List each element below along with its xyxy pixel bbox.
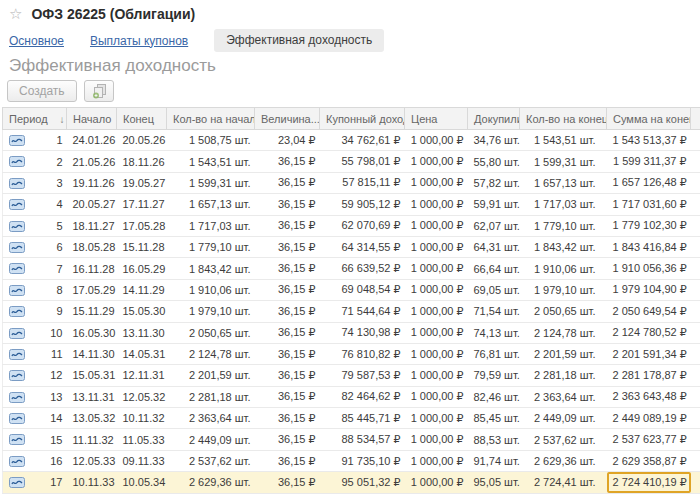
cell-total[interactable]: 2 281 178,87 ₽ (607, 365, 691, 386)
cell-qty_start[interactable]: 2 363,64 шт. (167, 408, 255, 429)
cell-price[interactable]: 1 000,00 ₽ (405, 279, 468, 300)
create-button[interactable]: Создать (7, 80, 77, 102)
cell-price[interactable]: 1 000,00 ₽ (405, 322, 468, 343)
cell-end[interactable]: 17.05.28 (117, 215, 167, 236)
cell-bought[interactable]: 79,59 шт. (468, 365, 520, 386)
cell-start[interactable]: 21.05.26 (67, 151, 117, 172)
cell-price[interactable]: 1 000,00 ₽ (405, 130, 468, 151)
cell-qty_start[interactable]: 2 124,78 шт. (167, 343, 255, 364)
cell-period[interactable]: 12 (3, 365, 67, 386)
column-header[interactable]: Период↓ (3, 108, 67, 130)
table-row[interactable]: 1215.05.3112.11.312 201,59 шт.36,15 ₽79 … (3, 365, 700, 386)
cell-start[interactable]: 17.05.29 (67, 279, 117, 300)
cell-price[interactable]: 1 000,00 ₽ (405, 236, 468, 257)
cell-price[interactable]: 1 000,00 ₽ (405, 258, 468, 279)
cell-start[interactable]: 16.05.30 (67, 322, 117, 343)
cell-qty_end[interactable]: 1 599,31 шт. (520, 151, 607, 172)
cell-period[interactable]: 7 (3, 258, 67, 279)
cell-period[interactable]: 16 (3, 450, 67, 471)
cell-price[interactable]: 1 000,00 ₽ (405, 172, 468, 193)
cell-qty_end[interactable]: 1 979,10 шт. (520, 279, 607, 300)
cell-coupon[interactable]: 71 544,64 ₽ (320, 301, 405, 322)
favorite-star-icon[interactable]: ☆ (9, 6, 22, 21)
tab-coupon-payments[interactable]: Выплаты купонов (90, 34, 188, 48)
cell-value[interactable]: 36,15 ₽ (255, 172, 320, 193)
cell-qty_end[interactable]: 2 050,65 шт. (520, 301, 607, 322)
table-row[interactable]: 124.01.2620.05.261 508,75 шт.23,04 ₽34 7… (3, 130, 700, 151)
cell-qty_end[interactable]: 1 657,13 шт. (520, 172, 607, 193)
cell-value[interactable]: 36,15 ₽ (255, 472, 320, 493)
cell-period[interactable]: 6 (3, 236, 67, 257)
cell-coupon[interactable]: 74 130,98 ₽ (320, 322, 405, 343)
cell-total[interactable]: 2 124 780,52 ₽ (607, 322, 691, 343)
cell-qty_start[interactable]: 2 449,09 шт. (167, 429, 255, 450)
cell-coupon[interactable]: 85 445,71 ₽ (320, 408, 405, 429)
cell-start[interactable]: 19.11.26 (67, 172, 117, 193)
cell-period[interactable]: 17 (3, 472, 67, 493)
column-header[interactable]: Кол-во на конец (520, 108, 607, 130)
column-header[interactable]: Конец (117, 108, 167, 130)
cell-qty_end[interactable]: 2 724,41 шт. (520, 472, 607, 493)
cell-total[interactable]: 2 201 591,34 ₽ (607, 343, 691, 364)
cell-qty_start[interactable]: 1 657,13 шт. (167, 194, 255, 215)
table-row[interactable]: 1313.11.3112.05.322 281,18 шт.36,15 ₽82 … (3, 386, 700, 407)
cell-bought[interactable]: 69,05 шт. (468, 279, 520, 300)
cell-qty_start[interactable]: 1 717,03 шт. (167, 215, 255, 236)
create-by-copy-button[interactable] (84, 80, 114, 102)
cell-coupon[interactable]: 57 815,11 ₽ (320, 172, 405, 193)
cell-end[interactable]: 18.11.26 (117, 151, 167, 172)
cell-start[interactable]: 10.11.33 (67, 472, 117, 493)
cell-coupon[interactable]: 55 798,01 ₽ (320, 151, 405, 172)
cell-value[interactable]: 36,15 ₽ (255, 343, 320, 364)
cell-start[interactable]: 15.05.31 (67, 365, 117, 386)
cell-coupon[interactable]: 76 810,82 ₽ (320, 343, 405, 364)
cell-total[interactable]: 2 050 649,54 ₽ (607, 301, 691, 322)
cell-qty_end[interactable]: 1 843,42 шт. (520, 236, 607, 257)
cell-value[interactable]: 23,04 ₽ (255, 130, 320, 151)
cell-value[interactable]: 36,15 ₽ (255, 365, 320, 386)
cell-bought[interactable]: 71,54 шт. (468, 301, 520, 322)
tab-main[interactable]: Основное (9, 34, 64, 48)
table-row[interactable]: 1114.11.3014.05.312 124,78 шт.36,15 ₽76 … (3, 343, 700, 364)
cell-end[interactable]: 13.11.30 (117, 322, 167, 343)
table-row[interactable]: 1016.05.3013.11.302 050,65 шт.36,15 ₽74 … (3, 322, 700, 343)
table-row[interactable]: 1413.05.3210.11.322 363,64 шт.36,15 ₽85 … (3, 408, 700, 429)
cell-bought[interactable]: 82,46 шт. (468, 386, 520, 407)
cell-coupon[interactable]: 69 048,54 ₽ (320, 279, 405, 300)
cell-period[interactable]: 11 (3, 343, 67, 364)
cell-qty_start[interactable]: 1 843,42 шт. (167, 258, 255, 279)
cell-price[interactable]: 1 000,00 ₽ (405, 343, 468, 364)
cell-total[interactable]: 1 910 056,36 ₽ (607, 258, 691, 279)
cell-total[interactable]: 2 449 089,19 ₽ (607, 408, 691, 429)
cell-qty_start[interactable]: 1 979,10 шт. (167, 301, 255, 322)
column-header[interactable]: Докупили (468, 108, 520, 130)
cell-end[interactable]: 17.11.27 (117, 194, 167, 215)
cell-price[interactable]: 1 000,00 ₽ (405, 151, 468, 172)
cell-total[interactable]: 1 779 102,30 ₽ (607, 215, 691, 236)
cell-value[interactable]: 36,15 ₽ (255, 236, 320, 257)
cell-bought[interactable]: 34,76 шт. (468, 130, 520, 151)
cell-start[interactable]: 18.05.28 (67, 236, 117, 257)
cell-period[interactable]: 9 (3, 301, 67, 322)
cell-price[interactable]: 1 000,00 ₽ (405, 301, 468, 322)
cell-period[interactable]: 3 (3, 172, 67, 193)
cell-total[interactable]: 2 363 643,48 ₽ (607, 386, 691, 407)
cell-period[interactable]: 14 (3, 408, 67, 429)
table-row[interactable]: 716.11.2816.05.291 843,42 шт.36,15 ₽66 6… (3, 258, 700, 279)
cell-qty_end[interactable]: 2 363,64 шт. (520, 386, 607, 407)
cell-qty_end[interactable]: 2 201,59 шт. (520, 343, 607, 364)
cell-start[interactable]: 18.11.27 (67, 215, 117, 236)
table-row[interactable]: 518.11.2717.05.281 717,03 шт.36,15 ₽62 0… (3, 215, 700, 236)
cell-total[interactable]: 2 724 410,19 ₽ (607, 472, 691, 493)
cell-coupon[interactable]: 88 534,57 ₽ (320, 429, 405, 450)
cell-coupon[interactable]: 79 587,53 ₽ (320, 365, 405, 386)
cell-price[interactable]: 1 000,00 ₽ (405, 215, 468, 236)
cell-bought[interactable]: 85,45 шт. (468, 408, 520, 429)
table-row[interactable]: 1710.11.3310.05.342 629,36 шт.36,15 ₽95 … (3, 472, 700, 493)
cell-end[interactable]: 10.11.32 (117, 408, 167, 429)
cell-end[interactable]: 15.05.30 (117, 301, 167, 322)
table-row[interactable]: 221.05.2618.11.261 543,51 шт.36,15 ₽55 7… (3, 151, 700, 172)
cell-coupon[interactable]: 91 735,10 ₽ (320, 450, 405, 471)
cell-price[interactable]: 1 000,00 ₽ (405, 408, 468, 429)
cell-start[interactable]: 13.05.32 (67, 408, 117, 429)
